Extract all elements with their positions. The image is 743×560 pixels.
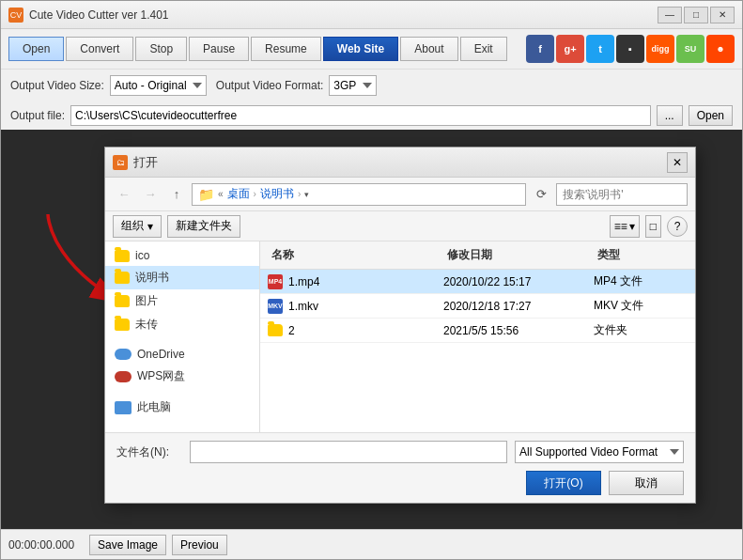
dialog-open-button[interactable]: 打开(O) — [526, 471, 601, 495]
dialog-toolbar: 组织 ▾ 新建文件夹 ≡≡ ▾ □ ? — [105, 211, 695, 241]
file-item-mp4[interactable]: MP4 1.mp4 2020/10/22 15:17 MP4 文件 — [260, 270, 695, 294]
google-icon[interactable]: g+ — [556, 35, 584, 63]
breadcrumb-folder[interactable]: 说明书 — [260, 186, 294, 202]
folder-icon-tupian — [115, 295, 130, 307]
stumble-icon[interactable]: SU — [676, 35, 704, 63]
left-item-wps[interactable]: WPS网盘 — [105, 365, 259, 388]
dialog-title: 打开 — [133, 154, 158, 171]
video-size-label: Output Video Size: — [10, 79, 104, 92]
new-folder-button[interactable]: 新建文件夹 — [167, 215, 240, 238]
folder-icon-weichuan — [115, 319, 130, 331]
dialog-nav: ← → ↑ 📁 « 桌面 › 说明书 › ▾ ⟳ — [105, 178, 695, 211]
left-item-ico[interactable]: ico — [105, 245, 259, 266]
exit-button[interactable]: Exit — [460, 37, 507, 61]
dialog-title-left: 🗂 打开 — [113, 154, 158, 171]
nav-forward-button[interactable]: → — [139, 183, 162, 206]
about-button[interactable]: About — [400, 37, 457, 61]
video-size-group: Output Video Size: Auto - Original — [10, 75, 207, 96]
title-bar-left: CV Cute Video Cutter ver 1.401 — [8, 8, 169, 23]
dialog-titlebar: 🗂 打开 ✕ — [105, 148, 695, 178]
organize-button[interactable]: 组织 ▾ — [113, 215, 162, 238]
open-file-dialog: 🗂 打开 ✕ ← → ↑ 📁 « 桌面 › 说明书 › ▾ — [104, 147, 696, 504]
left-item-onedrive[interactable]: OneDrive — [105, 344, 259, 365]
video-size-select[interactable]: Auto - Original — [110, 75, 207, 96]
pause-button[interactable]: Pause — [189, 37, 249, 61]
folder-icon-ico — [115, 250, 130, 262]
filename-input[interactable] — [190, 441, 507, 463]
nav-back-button[interactable]: ← — [113, 183, 135, 206]
nav-refresh-button[interactable]: ⟳ — [530, 183, 552, 206]
dialog-cancel-button[interactable]: 取消 — [609, 471, 684, 495]
mp4-icon: MP4 — [268, 274, 283, 289]
output-file-input[interactable] — [70, 105, 651, 126]
help-button[interactable]: ? — [667, 216, 688, 237]
search-wrapper — [556, 183, 688, 206]
action-row: 打开(O) 取消 — [116, 471, 684, 495]
convert-button[interactable]: Convert — [66, 37, 133, 61]
video-format-group: Output Video Format: 3GP — [216, 75, 378, 96]
website-button[interactable]: Web Site — [323, 37, 398, 61]
col-name[interactable]: 名称 — [268, 245, 443, 265]
left-item-tupian[interactable]: 图片 — [105, 289, 259, 313]
facebook-icon[interactable]: f — [526, 35, 554, 63]
view-dropdown-icon: ▾ — [629, 220, 635, 233]
search-input[interactable] — [556, 183, 688, 206]
cloud-icon-wps — [115, 371, 132, 382]
dialog-bottom: 文件名(N): All Supported Video Format 打开(O)… — [105, 432, 695, 503]
breadcrumb-bar: 📁 « 桌面 › 说明书 › ▾ — [192, 183, 526, 206]
folder-icon-shuoming — [115, 272, 130, 284]
col-type[interactable]: 类型 — [594, 245, 688, 265]
view-list-icon: ≡≡ — [614, 220, 627, 233]
breadcrumb-folder-icon: 📁 — [198, 187, 214, 202]
dialog-close-button[interactable]: ✕ — [667, 152, 688, 173]
dialog-body: ico 说明书 图片 未传 — [105, 241, 695, 432]
left-item-computer[interactable]: 此电脑 — [105, 396, 259, 419]
social-icons: f g+ t ▪ digg SU ☻ — [526, 35, 735, 63]
twitter-icon[interactable]: t — [586, 35, 614, 63]
output-open-button[interactable]: Open — [689, 105, 733, 126]
video-format-select[interactable]: 3GP — [329, 75, 377, 96]
time-display: 00:00:00.000 — [8, 538, 84, 552]
breadcrumb-arrow1: › — [254, 189, 256, 199]
video-format-label: Output Video Format: — [216, 79, 324, 92]
resume-button[interactable]: Resume — [251, 37, 321, 61]
maximize-button[interactable]: □ — [684, 7, 708, 23]
nav-up-button[interactable]: ↑ — [165, 183, 188, 206]
stop-button[interactable]: Stop — [135, 37, 187, 61]
left-item-shuomingshu[interactable]: 说明书 — [105, 266, 259, 289]
organize-dropdown-icon: ▾ — [147, 220, 153, 233]
browse-button[interactable]: ... — [657, 105, 683, 126]
breadcrumb-desktop[interactable]: 桌面 — [227, 186, 250, 202]
file-item-2[interactable]: 2 2021/5/5 15:56 文件夹 — [260, 319, 695, 343]
view-icon-button[interactable]: □ — [645, 215, 661, 238]
filename-row: 文件名(N): All Supported Video Format — [116, 441, 684, 463]
main-toolbar: Open Convert Stop Pause Resume Web Site … — [1, 29, 742, 70]
output-bar: Output file: ... Open — [1, 101, 742, 130]
file-list-header: 名称 修改日期 类型 — [260, 241, 695, 270]
view-button[interactable]: ≡≡ ▾ — [610, 215, 640, 238]
app-icon: CV — [8, 8, 23, 23]
folder-icon-2 — [268, 324, 283, 336]
breadcrumb-arrow2: › — [298, 189, 301, 199]
digg-icon[interactable]: digg — [646, 35, 674, 63]
breadcrumb-separator1: « — [218, 189, 224, 199]
bookmark-icon[interactable]: ▪ — [616, 35, 644, 63]
left-item-weichuan[interactable]: 未传 — [105, 313, 259, 336]
left-panel: ico 说明书 图片 未传 — [105, 241, 260, 432]
output-file-label: Output file: — [10, 109, 65, 122]
file-item-mkv[interactable]: MKV 1.mkv 2020/12/18 17:27 MKV 文件 — [260, 294, 695, 319]
filename-label: 文件名(N): — [116, 444, 182, 460]
mkv-icon: MKV — [268, 299, 283, 314]
open-button[interactable]: Open — [8, 37, 64, 61]
breadcrumb-dropdown[interactable]: ▾ — [304, 190, 309, 199]
col-date[interactable]: 修改日期 — [443, 245, 594, 265]
close-button[interactable]: ✕ — [710, 7, 735, 23]
minimize-button[interactable]: — — [658, 7, 682, 23]
save-image-button[interactable]: Save Image — [89, 535, 166, 555]
right-panel: 名称 修改日期 类型 MP4 1.mp4 2020/10/22 15:17 MP… — [260, 241, 695, 432]
title-bar: CV Cute Video Cutter ver 1.401 — □ ✕ — [1, 1, 742, 29]
options-bar: Output Video Size: Auto - Original Outpu… — [1, 70, 742, 101]
reddit-icon[interactable]: ☻ — [706, 35, 735, 63]
filetype-select[interactable]: All Supported Video Format — [515, 441, 684, 463]
previous-button[interactable]: Previou — [172, 535, 227, 555]
